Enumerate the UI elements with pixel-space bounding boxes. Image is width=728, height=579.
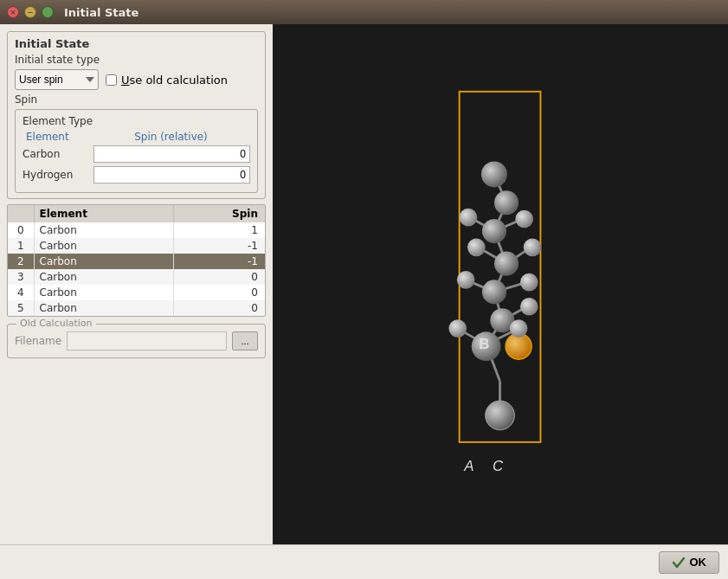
- window-title: Initial State: [64, 6, 139, 19]
- svg-point-35: [467, 239, 486, 257]
- cell-spin: 1: [174, 222, 265, 238]
- title-bar: × − Initial State: [0, 0, 728, 24]
- hydrogen-element-row: Hydrogen: [23, 166, 250, 183]
- initial-state-type-select[interactable]: User spin Random spin All up All down: [15, 69, 99, 90]
- minimize-button[interactable]: −: [24, 6, 36, 18]
- molecule-svg: A C B: [273, 24, 728, 544]
- svg-point-30: [510, 319, 528, 338]
- svg-point-34: [524, 239, 542, 257]
- ok-label: OK: [690, 556, 707, 569]
- table-scroll-wrapper: Element Spin 0Carbon11Carbon-12Carbon-13…: [8, 205, 265, 316]
- spin-table: Element Spin 0Carbon11Carbon-12Carbon-13…: [8, 205, 265, 316]
- carbon-element-row: Carbon: [23, 145, 250, 163]
- element-type-box: Element Type Element Spin (relative) Car…: [15, 109, 258, 193]
- svg-point-32: [457, 271, 475, 289]
- cell-spin: -1: [174, 254, 265, 269]
- svg-text:C: C: [493, 458, 504, 474]
- section-title: Initial State: [15, 37, 258, 50]
- svg-point-31: [520, 298, 538, 316]
- cell-element: Carbon: [34, 285, 174, 300]
- ok-button[interactable]: OK: [659, 551, 720, 574]
- cell-index: 5: [8, 300, 34, 316]
- old-calc-group-label: Old Calculation: [16, 318, 96, 329]
- window-body: Initial State Initial state type User sp…: [0, 24, 728, 544]
- hydrogen-label: Hydrogen: [23, 169, 88, 181]
- cell-spin: -1: [174, 238, 265, 254]
- th-spin: Spin: [174, 205, 265, 222]
- table-row[interactable]: 3Carbon0: [8, 269, 265, 285]
- svg-point-27: [481, 161, 507, 187]
- use-old-calc-checkbox[interactable]: [106, 74, 117, 86]
- use-old-calc-row: Use old calculation: [106, 74, 228, 87]
- element-headers: Element Spin (relative): [23, 131, 250, 143]
- use-old-calc-label: Use old calculation: [121, 74, 228, 87]
- svg-text:A: A: [463, 458, 474, 474]
- spin-col-header: Spin (relative): [95, 131, 247, 143]
- label-text: Initial state type: [15, 54, 100, 66]
- bottom-bar: OK: [0, 544, 728, 579]
- svg-point-37: [460, 209, 478, 227]
- th-index: [8, 205, 34, 222]
- initial-state-type-row: Initial state type: [15, 54, 258, 66]
- cell-index: 3: [8, 269, 34, 285]
- svg-point-23: [482, 280, 506, 304]
- table-row[interactable]: 1Carbon-1: [8, 238, 265, 254]
- th-element: Element: [34, 205, 174, 222]
- svg-point-29: [448, 319, 467, 338]
- window: × − Initial State Initial State Initial …: [0, 0, 728, 579]
- cell-spin: 0: [174, 285, 265, 300]
- cell-index: 4: [8, 285, 34, 300]
- molecule-viewer: A C B: [273, 24, 728, 544]
- table-row[interactable]: 5Carbon0: [8, 300, 265, 316]
- close-button[interactable]: ×: [7, 6, 19, 18]
- initial-state-type-label: Initial state type: [15, 54, 100, 66]
- maximize-button[interactable]: [42, 6, 54, 18]
- cell-element: Carbon: [34, 300, 174, 316]
- spin-group: Spin Element Type Element Spin (relative…: [15, 93, 258, 193]
- filename-label: Filename: [15, 335, 61, 347]
- cell-index: 0: [8, 222, 34, 238]
- old-calc-group: Old Calculation Filename ...: [7, 324, 266, 358]
- svg-point-24: [494, 252, 519, 276]
- hydrogen-spin-input[interactable]: [93, 166, 250, 183]
- cell-spin: 0: [174, 269, 265, 285]
- filename-row: Filename ...: [15, 331, 258, 351]
- svg-point-26: [494, 190, 519, 215]
- cell-element: Carbon: [34, 222, 174, 238]
- cell-element: Carbon: [34, 254, 174, 269]
- carbon-spin-input[interactable]: [93, 145, 250, 163]
- cell-element: Carbon: [34, 269, 174, 285]
- initial-state-group: Initial State Initial state type User sp…: [7, 31, 266, 199]
- table-row[interactable]: 0Carbon1: [8, 222, 265, 238]
- spin-title: Spin: [15, 93, 258, 106]
- element-col-header: Element: [26, 131, 95, 143]
- svg-point-25: [482, 219, 506, 243]
- left-panel: Initial State Initial state type User sp…: [0, 24, 273, 544]
- svg-point-36: [515, 210, 533, 228]
- table-row[interactable]: 4Carbon0: [8, 285, 265, 300]
- svg-point-33: [520, 273, 538, 292]
- browse-button[interactable]: ...: [232, 331, 258, 351]
- table-row[interactable]: 2Carbon-1: [8, 254, 265, 269]
- initial-state-control-row: User spin Random spin All up All down Us…: [15, 69, 258, 90]
- cell-index: 2: [8, 254, 34, 269]
- cell-spin: 0: [174, 300, 265, 316]
- spin-table-container: Element Spin 0Carbon11Carbon-12Carbon-13…: [7, 204, 266, 317]
- element-type-title: Element Type: [23, 115, 250, 127]
- cell-index: 1: [8, 238, 34, 254]
- ok-icon: [672, 556, 686, 569]
- svg-text:B: B: [479, 336, 489, 352]
- carbon-label: Carbon: [23, 148, 88, 160]
- table-scroll[interactable]: Element Spin 0Carbon11Carbon-12Carbon-13…: [8, 205, 265, 316]
- filename-input[interactable]: [67, 331, 227, 351]
- cell-element: Carbon: [34, 238, 174, 254]
